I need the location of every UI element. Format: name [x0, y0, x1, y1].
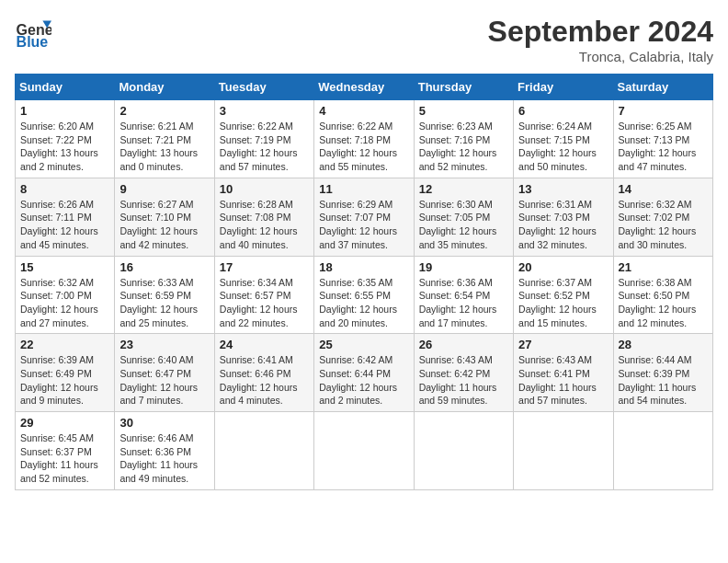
day-number: 8 — [20, 182, 109, 196]
calendar-week-row: 8Sunrise: 6:26 AMSunset: 7:11 PMDaylight… — [16, 178, 713, 256]
calendar-cell: 13Sunrise: 6:31 AMSunset: 7:03 PMDayligh… — [514, 178, 613, 256]
day-header-sunday: Sunday — [16, 75, 115, 100]
day-number: 19 — [419, 260, 508, 274]
day-number: 26 — [419, 338, 508, 351]
calendar-header-row: SundayMondayTuesdayWednesdayThursdayFrid… — [16, 75, 713, 100]
calendar-cell: 5Sunrise: 6:23 AMSunset: 7:16 PMDaylight… — [414, 100, 513, 178]
day-number: 29 — [20, 416, 109, 430]
calendar-cell: 18Sunrise: 6:35 AMSunset: 6:55 PMDayligh… — [314, 256, 414, 334]
day-info: Sunrise: 6:31 AMSunset: 7:03 PMDaylight:… — [518, 198, 608, 252]
day-info: Sunrise: 6:40 AMSunset: 6:47 PMDaylight:… — [119, 353, 209, 408]
month-title: September 2024 — [488, 15, 713, 49]
calendar-cell: 11Sunrise: 6:29 AMSunset: 7:07 PMDayligh… — [314, 178, 414, 256]
day-number: 22 — [20, 338, 109, 351]
calendar-cell — [514, 412, 613, 490]
calendar-table: SundayMondayTuesdayWednesdayThursdayFrid… — [15, 74, 713, 490]
day-info: Sunrise: 6:44 AMSunset: 6:39 PMDaylight:… — [619, 353, 708, 408]
calendar-cell: 17Sunrise: 6:34 AMSunset: 6:57 PMDayligh… — [214, 256, 313, 334]
calendar-cell: 20Sunrise: 6:37 AMSunset: 6:52 PMDayligh… — [514, 256, 613, 334]
calendar-cell: 26Sunrise: 6:43 AMSunset: 6:42 PMDayligh… — [414, 334, 513, 412]
day-number: 6 — [518, 104, 608, 118]
day-number: 5 — [419, 104, 508, 118]
day-number: 11 — [319, 182, 408, 196]
day-info: Sunrise: 6:22 AMSunset: 7:19 PMDaylight:… — [220, 120, 309, 174]
day-number: 7 — [619, 104, 708, 118]
day-info: Sunrise: 6:46 AMSunset: 6:36 PMDaylight:… — [119, 431, 209, 486]
calendar-cell: 14Sunrise: 6:32 AMSunset: 7:02 PMDayligh… — [613, 178, 712, 256]
calendar-cell: 3Sunrise: 6:22 AMSunset: 7:19 PMDaylight… — [214, 100, 313, 178]
day-number: 4 — [319, 104, 408, 118]
day-number: 10 — [220, 182, 309, 196]
calendar-week-row: 29Sunrise: 6:45 AMSunset: 6:37 PMDayligh… — [16, 412, 713, 490]
day-number: 28 — [619, 338, 708, 351]
calendar-cell: 25Sunrise: 6:42 AMSunset: 6:44 PMDayligh… — [314, 334, 414, 412]
location-subtitle: Tronca, Calabria, Italy — [488, 49, 713, 64]
svg-text:Blue: Blue — [17, 34, 49, 50]
day-number: 23 — [119, 338, 209, 351]
title-section: September 2024 Tronca, Calabria, Italy — [488, 15, 713, 64]
day-number: 20 — [518, 260, 608, 274]
day-number: 18 — [319, 260, 408, 274]
day-info: Sunrise: 6:45 AMSunset: 6:37 PMDaylight:… — [20, 431, 109, 486]
calendar-cell: 6Sunrise: 6:24 AMSunset: 7:15 PMDaylight… — [514, 100, 613, 178]
day-number: 21 — [619, 260, 708, 274]
calendar-cell: 22Sunrise: 6:39 AMSunset: 6:49 PMDayligh… — [16, 334, 115, 412]
calendar-cell: 10Sunrise: 6:28 AMSunset: 7:08 PMDayligh… — [214, 178, 313, 256]
calendar-cell: 21Sunrise: 6:38 AMSunset: 6:50 PMDayligh… — [613, 256, 712, 334]
day-header-saturday: Saturday — [613, 75, 712, 100]
day-info: Sunrise: 6:38 AMSunset: 6:50 PMDaylight:… — [619, 276, 708, 330]
calendar-cell: 9Sunrise: 6:27 AMSunset: 7:10 PMDaylight… — [115, 178, 214, 256]
day-header-friday: Friday — [514, 75, 613, 100]
day-number: 25 — [319, 338, 408, 351]
day-number: 2 — [119, 104, 209, 118]
day-info: Sunrise: 6:43 AMSunset: 6:41 PMDaylight:… — [518, 353, 608, 408]
calendar-week-row: 1Sunrise: 6:20 AMSunset: 7:22 PMDaylight… — [16, 100, 713, 178]
day-info: Sunrise: 6:41 AMSunset: 6:46 PMDaylight:… — [220, 353, 309, 408]
day-header-thursday: Thursday — [414, 75, 513, 100]
day-info: Sunrise: 6:42 AMSunset: 6:44 PMDaylight:… — [319, 353, 408, 408]
calendar-cell: 16Sunrise: 6:33 AMSunset: 6:59 PMDayligh… — [115, 256, 214, 334]
day-header-wednesday: Wednesday — [314, 75, 414, 100]
day-info: Sunrise: 6:22 AMSunset: 7:18 PMDaylight:… — [319, 120, 408, 174]
day-info: Sunrise: 6:24 AMSunset: 7:15 PMDaylight:… — [518, 120, 608, 174]
logo: General Blue — [15, 15, 55, 52]
day-number: 1 — [20, 104, 109, 118]
day-info: Sunrise: 6:30 AMSunset: 7:05 PMDaylight:… — [419, 198, 508, 252]
calendar-cell: 29Sunrise: 6:45 AMSunset: 6:37 PMDayligh… — [16, 412, 115, 490]
calendar-cell — [613, 412, 712, 490]
calendar-cell: 8Sunrise: 6:26 AMSunset: 7:11 PMDaylight… — [16, 178, 115, 256]
calendar-week-row: 15Sunrise: 6:32 AMSunset: 7:00 PMDayligh… — [16, 256, 713, 334]
calendar-cell: 15Sunrise: 6:32 AMSunset: 7:00 PMDayligh… — [16, 256, 115, 334]
calendar-cell — [314, 412, 414, 490]
day-info: Sunrise: 6:23 AMSunset: 7:16 PMDaylight:… — [419, 120, 508, 174]
day-info: Sunrise: 6:27 AMSunset: 7:10 PMDaylight:… — [119, 198, 209, 252]
day-info: Sunrise: 6:36 AMSunset: 6:54 PMDaylight:… — [419, 276, 508, 330]
day-number: 12 — [419, 182, 508, 196]
day-info: Sunrise: 6:26 AMSunset: 7:11 PMDaylight:… — [20, 198, 109, 252]
day-info: Sunrise: 6:21 AMSunset: 7:21 PMDaylight:… — [119, 120, 209, 174]
day-number: 17 — [220, 260, 309, 274]
day-info: Sunrise: 6:29 AMSunset: 7:07 PMDaylight:… — [319, 198, 408, 252]
calendar-cell — [414, 412, 513, 490]
calendar-cell: 24Sunrise: 6:41 AMSunset: 6:46 PMDayligh… — [214, 334, 313, 412]
day-number: 3 — [220, 104, 309, 118]
day-number: 16 — [119, 260, 209, 274]
day-info: Sunrise: 6:32 AMSunset: 7:02 PMDaylight:… — [619, 198, 708, 252]
day-info: Sunrise: 6:32 AMSunset: 7:00 PMDaylight:… — [20, 276, 109, 330]
day-info: Sunrise: 6:20 AMSunset: 7:22 PMDaylight:… — [20, 120, 109, 174]
day-info: Sunrise: 6:33 AMSunset: 6:59 PMDaylight:… — [119, 276, 209, 330]
day-number: 9 — [119, 182, 209, 196]
calendar-cell: 19Sunrise: 6:36 AMSunset: 6:54 PMDayligh… — [414, 256, 513, 334]
day-info: Sunrise: 6:37 AMSunset: 6:52 PMDaylight:… — [518, 276, 608, 330]
day-info: Sunrise: 6:28 AMSunset: 7:08 PMDaylight:… — [220, 198, 309, 252]
day-number: 14 — [619, 182, 708, 196]
day-info: Sunrise: 6:35 AMSunset: 6:55 PMDaylight:… — [319, 276, 408, 330]
day-number: 27 — [518, 338, 608, 351]
calendar-cell: 23Sunrise: 6:40 AMSunset: 6:47 PMDayligh… — [115, 334, 214, 412]
day-number: 13 — [518, 182, 608, 196]
calendar-cell: 28Sunrise: 6:44 AMSunset: 6:39 PMDayligh… — [613, 334, 712, 412]
calendar-cell: 4Sunrise: 6:22 AMSunset: 7:18 PMDaylight… — [314, 100, 414, 178]
page-header: General Blue September 2024 Tronca, Cala… — [15, 15, 713, 64]
calendar-cell: 12Sunrise: 6:30 AMSunset: 7:05 PMDayligh… — [414, 178, 513, 256]
day-number: 30 — [119, 416, 209, 430]
